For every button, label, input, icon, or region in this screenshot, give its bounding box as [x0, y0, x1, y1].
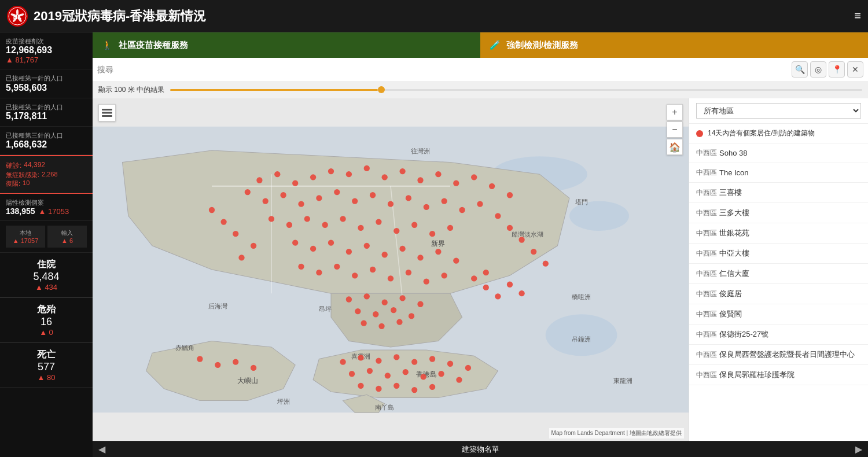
- page-title: 2019冠狀病毒病-香港最新情況: [34, 8, 854, 25]
- svg-point-114: [438, 371, 444, 377]
- svg-point-62: [322, 222, 328, 228]
- local-label: 本地: [10, 229, 41, 237]
- location-circle-button[interactable]: ◎: [810, 61, 826, 78]
- legend-text: 14天內曾有個案居住/到訪的建築物: [708, 128, 815, 138]
- svg-point-94: [355, 308, 361, 314]
- clear-button[interactable]: ✕: [847, 61, 863, 78]
- dose3-section: 已接種第三針的人口 1,668,632: [0, 127, 93, 155]
- svg-point-54: [406, 195, 411, 201]
- pin-button[interactable]: 📍: [829, 61, 845, 78]
- svg-point-59: [269, 216, 274, 222]
- zoom-out-button[interactable]: −: [667, 121, 683, 138]
- svg-point-138: [518, 290, 524, 296]
- svg-point-76: [399, 246, 405, 252]
- svg-text:赤鱲角: 赤鱲角: [175, 344, 194, 351]
- map-container: 往灣洲 塔門 船灣淡水湖 新界 橋咀洲 吊鐘洲 東龍洲 大嶼山 香港島 昂坪 赤…: [93, 98, 868, 441]
- svg-point-112: [403, 369, 409, 375]
- hk-emblem: HK: [7, 6, 28, 27]
- svg-point-129: [251, 243, 256, 249]
- slider-label: 顯示 100 米 中的結果: [98, 85, 164, 95]
- svg-point-106: [429, 356, 435, 362]
- building-district: 中西區: [696, 249, 719, 259]
- next-button[interactable]: ▶: [855, 444, 862, 455]
- list-item[interactable]: 中西區三多大樓: [689, 203, 868, 223]
- svg-point-77: [417, 255, 423, 260]
- svg-point-3: [16, 9, 19, 15]
- svg-point-98: [361, 320, 367, 326]
- svg-point-55: [424, 204, 429, 210]
- home-button[interactable]: 🏠: [667, 139, 683, 155]
- list-item[interactable]: 中西區Soho 38: [689, 143, 868, 163]
- list-item[interactable]: 中西區俊庭居: [689, 284, 868, 304]
- building-name: 俊庭居: [719, 289, 861, 299]
- svg-point-68: [429, 231, 435, 237]
- list-item[interactable]: 中西區保良局西營盤護老院暨長者日間護理中心: [689, 345, 868, 365]
- svg-point-39: [417, 177, 423, 183]
- legend-row: 14天內曾有個案居住/到訪的建築物: [689, 124, 868, 143]
- search-input[interactable]: [97, 65, 788, 74]
- svg-point-132: [215, 362, 220, 368]
- map-area[interactable]: 往灣洲 塔門 船灣淡水湖 新界 橋咀洲 吊鐘洲 東龍洲 大嶼山 香港島 昂坪 赤…: [93, 98, 689, 441]
- zoom-in-button[interactable]: +: [667, 104, 683, 120]
- list-item[interactable]: 中西區三喜樓: [689, 183, 868, 203]
- svg-point-134: [251, 365, 256, 371]
- recovered-label: 復陽:: [6, 179, 20, 188]
- prev-button[interactable]: ◀: [98, 444, 105, 455]
- bottom-bar: ◀ 建築物名單 ▶: [93, 441, 868, 457]
- bottom-label: 建築物名單: [462, 444, 499, 455]
- building-name: 三喜樓: [719, 187, 861, 198]
- building-name: 保德街25-27號: [719, 329, 861, 340]
- building-district: 中西區: [696, 370, 719, 380]
- svg-point-63: [340, 216, 345, 222]
- list-item[interactable]: 中西區仁信大廈: [689, 264, 868, 284]
- svg-point-105: [411, 359, 417, 365]
- list-item[interactable]: 中西區中亞大樓: [689, 244, 868, 264]
- svg-point-111: [385, 373, 391, 378]
- svg-point-61: [304, 216, 310, 222]
- positive-section: 陽性檢測個案 138,955 ▲ 17053: [0, 193, 93, 221]
- search-button[interactable]: 🔍: [792, 61, 808, 78]
- slider-bar: 顯示 100 米 中的結果: [93, 81, 868, 98]
- list-item[interactable]: 中西區世銀花苑: [689, 223, 868, 244]
- list-item[interactable]: 中西區The Icon: [689, 163, 868, 183]
- svg-point-60: [286, 222, 292, 228]
- local-value: ▲ 17057: [10, 237, 41, 244]
- list-item[interactable]: 中西區保德街25-27號: [689, 325, 868, 345]
- building-list[interactable]: 中西區Soho 38中西區The Icon中西區三喜樓中西區三多大樓中西區世銀花…: [689, 143, 868, 441]
- vaccine-delta: ▲ 81,767: [6, 56, 87, 64]
- building-name: 三多大樓: [719, 208, 861, 218]
- community-vaccine-btn[interactable]: 🚶 社區疫苗接種服務: [93, 32, 480, 58]
- mandatory-test-btn[interactable]: 🧪 強制檢測/檢測服務: [480, 32, 868, 58]
- svg-point-10: [569, 201, 629, 231]
- map-controls: + − 🏠: [667, 104, 683, 155]
- building-district: 中西區: [696, 148, 719, 158]
- region-select[interactable]: 所有地區 中西區 灣仔區 東區: [696, 103, 861, 119]
- building-name: 仁信大廈: [719, 268, 861, 279]
- svg-rect-142: [102, 112, 112, 114]
- layer-button[interactable]: [98, 104, 116, 121]
- slider-thumb[interactable]: [378, 86, 385, 93]
- svg-text:坪洲: 坪洲: [277, 398, 290, 405]
- confirmed-label: 確診:: [6, 161, 21, 171]
- list-item[interactable]: 中西區俊賢閣: [689, 304, 868, 325]
- svg-point-40: [435, 171, 441, 177]
- region-header: 所有地區 中西區 灣仔區 東區: [689, 98, 868, 124]
- svg-point-135: [483, 285, 489, 290]
- svg-point-86: [406, 270, 411, 275]
- svg-point-130: [238, 255, 244, 260]
- svg-point-126: [518, 237, 524, 242]
- critical-delta: ▲ 0: [5, 328, 88, 337]
- content-area: 🚶 社區疫苗接種服務 🧪 強制檢測/檢測服務 🔍 ◎ 📍 ✕ 顯示 100 米 …: [93, 32, 868, 457]
- svg-text:塔門: 塔門: [575, 198, 588, 205]
- svg-point-74: [364, 243, 370, 249]
- hospital-section: 住院 5,484 ▲ 434: [0, 253, 93, 298]
- menu-button[interactable]: ≡: [854, 9, 861, 23]
- building-name: 世銀花苑: [719, 228, 861, 238]
- svg-point-47: [280, 192, 286, 198]
- svg-text:大嶼山: 大嶼山: [237, 377, 258, 385]
- building-name: 中亞大樓: [719, 248, 861, 259]
- svg-point-97: [409, 313, 414, 319]
- import-box: 輸入 ▲ 6: [47, 226, 87, 248]
- list-item[interactable]: 中西區保良局郭羅桂珍護孝院: [689, 365, 868, 385]
- dose3-label: 已接種第三針的人口: [6, 131, 87, 139]
